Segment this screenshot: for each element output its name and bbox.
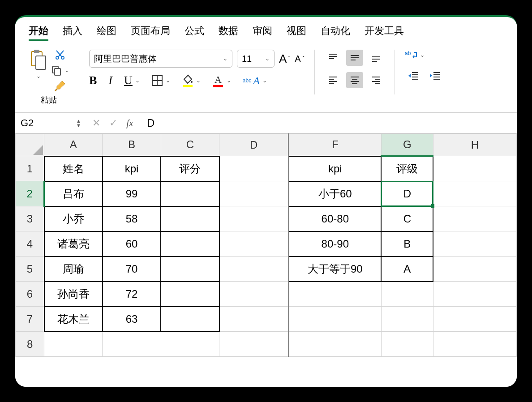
cell-B8[interactable] bbox=[103, 332, 161, 357]
formula-bar-input[interactable]: D bbox=[142, 117, 517, 129]
cell-F6[interactable] bbox=[289, 282, 382, 307]
wrap-text-button[interactable]: ab ⌄ bbox=[405, 50, 425, 60]
cell-D2[interactable] bbox=[219, 181, 289, 206]
copy-button[interactable]: ⌄ bbox=[51, 65, 69, 76]
cell-B7[interactable]: 63 bbox=[103, 307, 161, 332]
cell-G7[interactable] bbox=[381, 307, 433, 332]
tab-developer[interactable]: 开发工具 bbox=[365, 24, 404, 41]
tab-view[interactable]: 视图 bbox=[287, 24, 306, 41]
bold-button[interactable]: B bbox=[89, 74, 97, 87]
increase-indent-button[interactable] bbox=[426, 68, 443, 84]
paste-button[interactable]: ⌄ bbox=[29, 50, 47, 79]
row-header-1[interactable]: 1 bbox=[16, 156, 44, 181]
cell-A8[interactable] bbox=[44, 332, 103, 357]
cell-H8[interactable] bbox=[433, 332, 516, 357]
align-bottom-button[interactable] bbox=[368, 50, 385, 66]
cell-C4[interactable] bbox=[161, 231, 219, 257]
fill-color-button[interactable]: ⌄ bbox=[182, 74, 201, 87]
fx-icon[interactable]: fx bbox=[126, 117, 133, 129]
cell-H6[interactable] bbox=[433, 282, 516, 307]
cell-F5[interactable]: 大于等于90 bbox=[289, 257, 382, 282]
underline-button[interactable]: U⌄ bbox=[124, 74, 140, 87]
phonetic-button[interactable]: abcA ⌄ bbox=[243, 75, 267, 87]
align-right-button[interactable] bbox=[368, 72, 385, 88]
col-header-D[interactable]: D bbox=[219, 134, 289, 156]
select-all-corner[interactable] bbox=[16, 134, 44, 156]
cell-D4[interactable] bbox=[219, 231, 289, 257]
cell-G6[interactable] bbox=[381, 282, 433, 307]
cell-A6[interactable]: 孙尚香 bbox=[44, 282, 103, 307]
col-header-G[interactable]: G bbox=[381, 134, 433, 156]
col-header-B[interactable]: B bbox=[103, 134, 161, 156]
tab-data[interactable]: 数据 bbox=[219, 24, 238, 41]
accept-formula-button[interactable]: ✓ bbox=[109, 117, 117, 129]
tab-automation[interactable]: 自动化 bbox=[321, 24, 350, 41]
cell-C6[interactable] bbox=[161, 282, 219, 307]
cell-B2[interactable]: 99 bbox=[103, 181, 161, 206]
col-header-A[interactable]: A bbox=[44, 134, 103, 156]
cancel-formula-button[interactable]: ✕ bbox=[92, 117, 100, 129]
cell-C8[interactable] bbox=[161, 332, 219, 357]
cell-A2[interactable]: 吕布 bbox=[44, 181, 103, 206]
align-center-button[interactable] bbox=[346, 72, 363, 88]
row-header-8[interactable]: 8 bbox=[16, 332, 44, 357]
row-header-7[interactable]: 7 bbox=[16, 307, 44, 332]
cell-C2[interactable] bbox=[161, 181, 219, 206]
row-header-4[interactable]: 4 bbox=[16, 231, 44, 257]
cell-H5[interactable] bbox=[433, 257, 516, 282]
tab-draw[interactable]: 绘图 bbox=[97, 24, 116, 41]
cell-C1[interactable]: 评分 bbox=[161, 156, 219, 181]
cell-A5[interactable]: 周瑜 bbox=[44, 257, 103, 282]
cell-H2[interactable] bbox=[433, 181, 516, 206]
row-header-5[interactable]: 5 bbox=[16, 257, 44, 282]
cell-D7[interactable] bbox=[219, 307, 289, 332]
align-middle-button[interactable] bbox=[346, 50, 363, 66]
cell-G5[interactable]: A bbox=[381, 257, 433, 282]
cell-G4[interactable]: B bbox=[381, 231, 433, 257]
cell-B4[interactable]: 60 bbox=[103, 231, 161, 257]
decrease-font-button[interactable]: Aˇ bbox=[295, 54, 304, 64]
row-header-2[interactable]: 2 bbox=[16, 181, 44, 206]
cell-H1[interactable] bbox=[433, 156, 516, 181]
cell-G3[interactable]: C bbox=[381, 206, 433, 231]
cell-F7[interactable] bbox=[289, 307, 382, 332]
cell-F2[interactable]: 小于60 bbox=[289, 181, 382, 206]
tab-formulas[interactable]: 公式 bbox=[184, 24, 204, 41]
cell-B5[interactable]: 70 bbox=[103, 257, 161, 282]
col-header-H[interactable]: H bbox=[433, 134, 516, 156]
cell-H7[interactable] bbox=[433, 307, 516, 332]
cell-A1[interactable]: 姓名 bbox=[44, 156, 103, 181]
cell-G1[interactable]: 评级 bbox=[381, 156, 433, 181]
name-box[interactable]: G2 ▲▼ bbox=[15, 113, 84, 133]
tab-review[interactable]: 审阅 bbox=[253, 24, 272, 41]
cell-H3[interactable] bbox=[433, 206, 516, 231]
font-name-select[interactable]: 阿里巴巴普惠体 ⌄ bbox=[89, 50, 232, 68]
italic-button[interactable]: I bbox=[108, 74, 112, 87]
cell-C3[interactable] bbox=[161, 206, 219, 231]
align-top-button[interactable] bbox=[325, 50, 342, 66]
cell-D6[interactable] bbox=[219, 282, 289, 307]
cut-button[interactable] bbox=[55, 50, 65, 60]
spreadsheet-grid[interactable]: A B C D F G H 1 姓名 kpi 评分 kpi 评级 bbox=[15, 133, 517, 387]
format-painter-button[interactable] bbox=[54, 80, 66, 92]
cell-G8[interactable] bbox=[381, 332, 433, 357]
cell-F4[interactable]: 80-90 bbox=[289, 231, 382, 257]
cell-D5[interactable] bbox=[219, 257, 289, 282]
cell-A4[interactable]: 诸葛亮 bbox=[44, 231, 103, 257]
cell-D1[interactable] bbox=[219, 156, 289, 181]
tab-home[interactable]: 开始 bbox=[29, 24, 48, 41]
col-header-F[interactable]: F bbox=[289, 134, 382, 156]
row-header-6[interactable]: 6 bbox=[16, 282, 44, 307]
cell-C5[interactable] bbox=[161, 257, 219, 282]
cell-H4[interactable] bbox=[433, 231, 516, 257]
cell-A7[interactable]: 花木兰 bbox=[44, 307, 103, 332]
name-box-spinner[interactable]: ▲▼ bbox=[76, 119, 81, 128]
decrease-indent-button[interactable] bbox=[405, 68, 422, 84]
cell-B6[interactable]: 72 bbox=[103, 282, 161, 307]
borders-button[interactable]: ⌄ bbox=[151, 75, 170, 86]
increase-font-button[interactable]: Aˆ bbox=[279, 52, 290, 66]
tab-page-layout[interactable]: 页面布局 bbox=[131, 24, 170, 41]
cell-D8[interactable] bbox=[219, 332, 289, 357]
cell-B3[interactable]: 58 bbox=[103, 206, 161, 231]
cell-D3[interactable] bbox=[219, 206, 289, 231]
